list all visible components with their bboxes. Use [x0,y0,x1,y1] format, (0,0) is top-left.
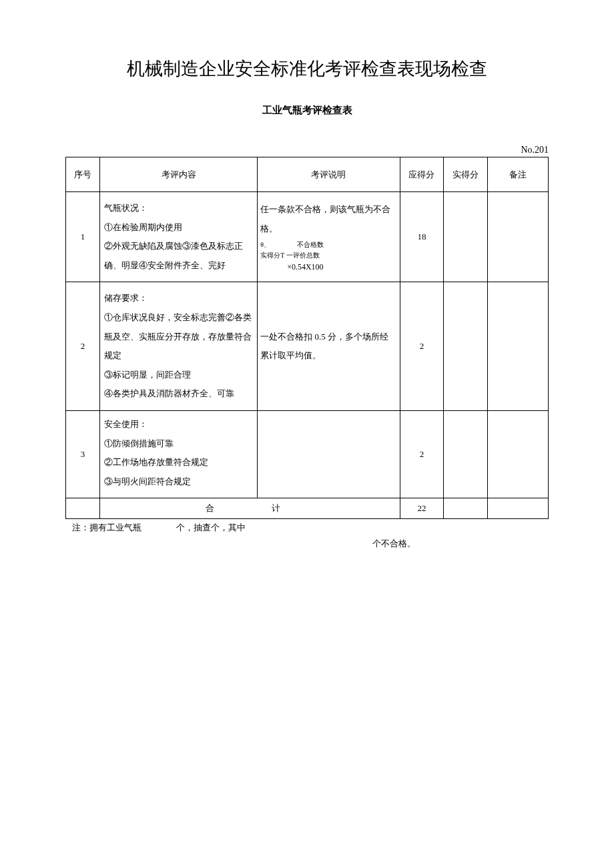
cell-score-due: 18 [400,192,444,282]
footnote-line1: 注：拥有工业气瓶 个，抽查个，其中 [65,522,549,534]
cell-desc: 一处不合格扣 0.5 分，多个场所经累计取平均值。 [258,282,400,411]
total-blank [66,498,100,519]
header-desc: 考评说明 [258,157,400,192]
footnote-line2: 个不合格。 [65,538,549,550]
table-row: 1 气瓶状况： ①在检验周期内使用 ②外观无缺陷及腐蚀③漆色及标志正确、明显④安… [66,192,549,282]
table-row: 3 安全使用： ①防倾倒措施可靠 ②工作场地存放量符合规定 ③与明火间距符合规定… [66,410,549,498]
desc-formula-top: θ、 不合格数 [260,240,396,250]
cell-seq: 1 [66,192,100,282]
header-score-due: 应得分 [400,157,444,192]
page-subtitle: 工业气瓶考评检查表 [65,104,549,117]
table-number: No.201 [65,145,549,155]
header-seq: 序号 [66,157,100,192]
cell-content: 储存要求： ①仓库状况良好，安全标志完善②各类瓶及空、实瓶应分开存放，存放量符合… [100,282,258,411]
table-header-row: 序号 考评内容 考评说明 应得分 实得分 备注 [66,157,549,192]
cell-seq: 3 [66,410,100,498]
total-score-actual [444,498,488,519]
cell-content: 气瓶状况： ①在检验周期内使用 ②外观无缺陷及腐蚀③漆色及标志正确、明显④安全附… [100,192,258,282]
cell-score-actual [444,410,488,498]
cell-content: 安全使用： ①防倾倒措施可靠 ②工作场地存放量符合规定 ③与明火间距符合规定 [100,410,258,498]
total-label: 合 计 [100,498,400,519]
cell-score-actual [444,282,488,411]
desc-formula-mid: 实得分T 一评价总数 [260,250,396,261]
header-remark: 备注 [488,157,549,192]
total-score-due: 22 [400,498,444,519]
cell-remark [488,192,549,282]
cell-desc: 任一条款不合格，则该气瓶为不合格。 θ、 不合格数 实得分T 一评价总数 ×0.… [258,192,400,282]
cell-remark [488,282,549,411]
cell-seq: 2 [66,282,100,411]
cell-score-due: 2 [400,410,444,498]
cell-score-due: 2 [400,282,444,411]
total-remark [488,498,549,519]
page-title: 机械制造企业安全标准化考评检查表现场检查 [65,57,549,81]
table-total-row: 合 计 22 [66,498,549,519]
table-row: 2 储存要求： ①仓库状况良好，安全标志完善②各类瓶及空、实瓶应分开存放，存放量… [66,282,549,411]
cell-desc [258,410,400,498]
header-content: 考评内容 [100,157,258,192]
desc-main-text: 任一条款不合格，则该气瓶为不合格。 [260,204,390,234]
cell-score-actual [444,192,488,282]
cell-remark [488,410,549,498]
header-score-actual: 实得分 [444,157,488,192]
desc-formula-bot: ×0.54X100 [260,261,396,274]
inspection-table: 序号 考评内容 考评说明 应得分 实得分 备注 1 气瓶状况： ①在检验周期内使… [65,157,549,519]
